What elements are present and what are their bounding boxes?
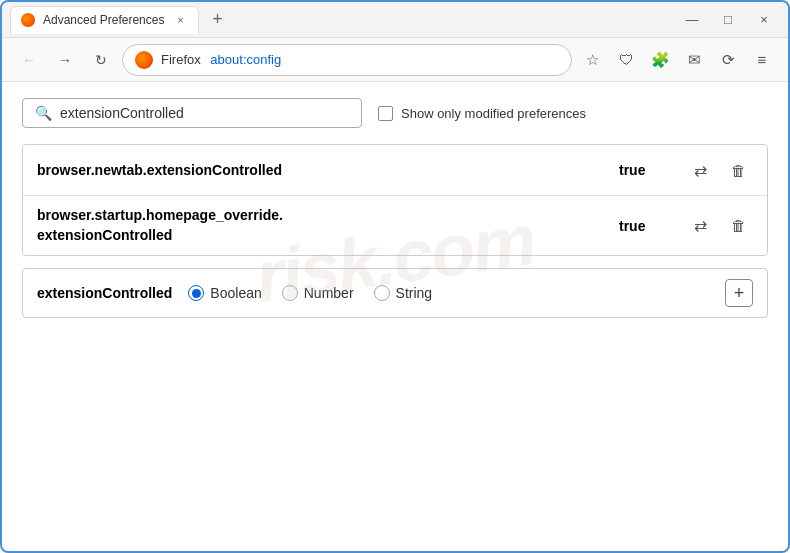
- bookmark-button[interactable]: ☆: [578, 46, 606, 74]
- nav-bar: ← → ↻ Firefox about:config ☆ 🛡 🧩 ✉ ⟳ ≡: [2, 38, 788, 82]
- radio-label-number: Number: [304, 285, 354, 301]
- address-bar[interactable]: Firefox about:config: [122, 44, 572, 76]
- delete-button-1[interactable]: 🗑: [723, 155, 753, 185]
- new-pref-name: extensionControlled: [37, 285, 172, 301]
- swap-icon: ⇄: [694, 161, 707, 180]
- swap-button-2[interactable]: ⇄: [685, 211, 715, 241]
- search-row: 🔍 Show only modified preferences: [22, 98, 768, 128]
- pref-name-2: browser.startup.homepage_override. exten…: [37, 206, 619, 245]
- radio-number[interactable]: Number: [282, 285, 354, 301]
- shield-button[interactable]: 🛡: [612, 46, 640, 74]
- delete-button-2[interactable]: 🗑: [723, 211, 753, 241]
- pref-value-1: true: [619, 162, 669, 178]
- search-input[interactable]: [60, 105, 349, 121]
- pref-actions-2: ⇄ 🗑: [685, 211, 753, 241]
- search-box[interactable]: 🔍: [22, 98, 362, 128]
- swap-button-1[interactable]: ⇄: [685, 155, 715, 185]
- radio-dot-boolean: [192, 289, 201, 298]
- pref-actions-1: ⇄ 🗑: [685, 155, 753, 185]
- title-bar: Advanced Preferences × + — □ ×: [2, 2, 788, 38]
- maximize-button[interactable]: □: [712, 6, 744, 34]
- add-preference-button[interactable]: +: [725, 279, 753, 307]
- table-row: browser.newtab.extensionControlled true …: [23, 145, 767, 196]
- show-modified-toggle[interactable]: Show only modified preferences: [378, 106, 586, 121]
- window-controls: — □ ×: [676, 6, 780, 34]
- radio-boolean[interactable]: Boolean: [188, 285, 261, 301]
- back-button[interactable]: ←: [14, 45, 44, 75]
- delete-icon-2: 🗑: [731, 217, 746, 234]
- new-preference-row: extensionControlled Boolean Number Strin…: [22, 268, 768, 318]
- address-url: about:config: [210, 52, 281, 67]
- close-button[interactable]: ×: [748, 6, 780, 34]
- search-icon: 🔍: [35, 105, 52, 121]
- swap-icon-2: ⇄: [694, 216, 707, 235]
- sync-button[interactable]: ⟳: [714, 46, 742, 74]
- preferences-table: browser.newtab.extensionControlled true …: [22, 144, 768, 256]
- tab-close-button[interactable]: ×: [172, 12, 188, 28]
- browser-tab[interactable]: Advanced Preferences ×: [10, 6, 199, 34]
- content-area: 🔍 Show only modified preferences browser…: [2, 82, 788, 334]
- forward-button[interactable]: →: [50, 45, 80, 75]
- pref-name-1: browser.newtab.extensionControlled: [37, 162, 619, 178]
- table-row: browser.startup.homepage_override. exten…: [23, 196, 767, 255]
- type-radio-group: Boolean Number String: [188, 285, 432, 301]
- show-modified-checkbox[interactable]: [378, 106, 393, 121]
- radio-label-boolean: Boolean: [210, 285, 261, 301]
- tab-title: Advanced Preferences: [43, 13, 164, 27]
- radio-circle-string: [374, 285, 390, 301]
- minimize-button[interactable]: —: [676, 6, 708, 34]
- pref-value-2: true: [619, 218, 669, 234]
- show-modified-label: Show only modified preferences: [401, 106, 586, 121]
- menu-button[interactable]: ≡: [748, 46, 776, 74]
- radio-circle-number: [282, 285, 298, 301]
- new-tab-button[interactable]: +: [203, 6, 231, 34]
- tab-favicon: [21, 13, 35, 27]
- delete-icon: 🗑: [731, 162, 746, 179]
- address-text: Firefox about:config: [161, 52, 559, 67]
- reload-button[interactable]: ↻: [86, 45, 116, 75]
- extension-button[interactable]: 🧩: [646, 46, 674, 74]
- radio-string[interactable]: String: [374, 285, 433, 301]
- account-button[interactable]: ✉: [680, 46, 708, 74]
- firefox-label: Firefox: [161, 52, 201, 67]
- radio-label-string: String: [396, 285, 433, 301]
- firefox-logo: [135, 51, 153, 69]
- radio-circle-boolean: [188, 285, 204, 301]
